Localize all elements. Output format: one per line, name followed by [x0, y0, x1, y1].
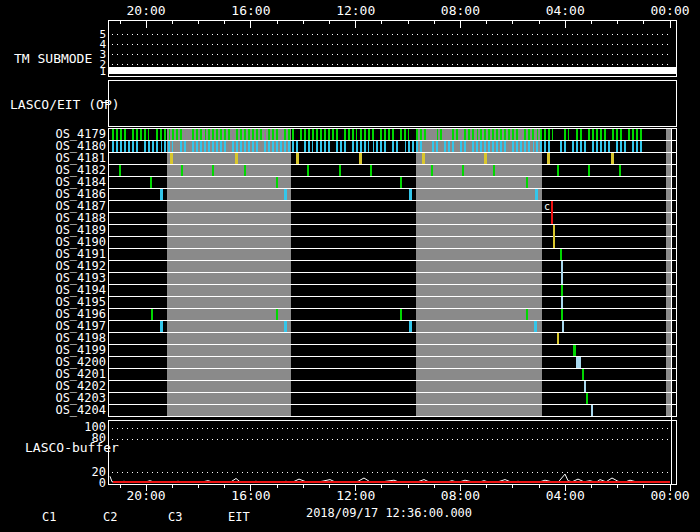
tm-submode-label: TM SUBMODE: [14, 51, 92, 66]
dense-tick-segment: [591, 141, 610, 152]
bottom-time-label: 00:00: [650, 488, 689, 503]
event-tick: [561, 309, 563, 320]
event-tick: [431, 165, 433, 176]
event-tick: [409, 321, 412, 332]
event-tick: [151, 309, 153, 320]
event-tick: [588, 165, 590, 176]
dense-tick-segment: [155, 129, 166, 140]
top-time-label: 04:00: [546, 3, 585, 18]
bottom-time-label: 04:00: [546, 488, 585, 503]
event-tick: [339, 165, 341, 176]
event-tick: [557, 333, 559, 344]
bottom-time-label: 16:00: [231, 488, 270, 503]
event-tick: [400, 309, 402, 320]
lasco-buffer-panel: 10080200: [84, 420, 676, 490]
event-tick: [493, 165, 495, 176]
dense-tick-segment: [161, 141, 173, 152]
camera-legend: C1C2C3EIT: [42, 510, 250, 524]
dense-tick-segment: [342, 129, 357, 140]
dense-tick-segment: [230, 141, 260, 152]
event-tick: [553, 225, 555, 248]
event-tick: [584, 381, 586, 392]
dense-tick-segment: [463, 129, 474, 140]
dense-tick-segment: [415, 129, 428, 140]
event-tick: [561, 297, 563, 308]
dense-tick-segment: [459, 141, 468, 152]
event-tick: [611, 153, 614, 164]
dense-tick-segment: [399, 129, 409, 140]
dense-tick-segment: [263, 141, 298, 152]
dense-tick-segment: [351, 141, 369, 152]
dense-tick-segment: [437, 129, 444, 140]
dense-tick-segment: [576, 129, 583, 140]
dense-tick-segment: [169, 129, 184, 140]
event-tick: [526, 177, 528, 188]
event-tick: [119, 165, 121, 176]
dense-tick-segment: [451, 129, 459, 140]
dense-tick-segment: [391, 141, 400, 152]
legend-item-c2: C2: [103, 510, 117, 524]
dense-tick-segment: [522, 129, 534, 140]
event-tick: [586, 393, 588, 404]
dense-tick-segment: [284, 129, 294, 140]
lasco-buffer-label: LASCO-buffer: [25, 440, 119, 455]
telemetry-display: 20:0016:0012:0008:0004:0000:0054321OS_41…: [0, 0, 700, 532]
lasco-eit-op-panel: [101, 80, 676, 126]
top-time-label: 12:00: [336, 3, 375, 18]
event-tick: [170, 153, 173, 164]
event-tick: [560, 249, 562, 260]
dense-tick-segment: [302, 141, 313, 152]
event-tick: [284, 189, 287, 200]
event-tick: [562, 321, 564, 332]
dense-tick-segment: [178, 141, 188, 152]
now-marker-line: [671, 128, 672, 484]
dense-tick-segment: [562, 129, 569, 140]
event-tick: [276, 309, 278, 320]
event-tick: [150, 177, 152, 188]
event-tick: [422, 153, 425, 164]
lasco-eit-op-label: LASCO/EIT (OP): [10, 97, 120, 112]
dense-tick-segment: [110, 141, 138, 152]
dense-tick-segment: [130, 129, 149, 140]
dense-tick-segment: [334, 141, 348, 152]
date-label: 2018/09/17 12:36:00.000: [306, 506, 472, 520]
event-tick: [484, 153, 487, 164]
dense-tick-segment: [378, 129, 396, 140]
dense-tick-segment: [572, 141, 588, 152]
dense-tick-segment: [405, 141, 423, 152]
event-tick: [619, 165, 621, 176]
dense-tick-segment: [614, 141, 626, 152]
event-tick: [284, 321, 287, 332]
bottom-time-label: 20:00: [127, 488, 166, 503]
dense-tick-segment: [442, 141, 456, 152]
dense-tick-segment: [537, 129, 553, 140]
event-tick: [307, 165, 309, 176]
event-tick: [547, 153, 550, 164]
event-tick: [160, 321, 163, 332]
os-schedule-panel: OS_4179OS_4180OS_4181OS_4182OS_4184OS_41…: [55, 127, 676, 417]
event-tick: [235, 153, 238, 164]
top-time-axis: 20:0016:0012:0008:0004:0000:00: [108, 3, 690, 28]
event-tick: [582, 369, 584, 380]
bottom-time-label: 08:00: [441, 488, 480, 503]
event-tick: [462, 165, 464, 176]
dense-tick-segment: [373, 141, 388, 152]
tm-y-label: 1: [99, 65, 106, 78]
os-row-label: OS_4204: [55, 403, 106, 417]
legend-item-eit: EIT: [228, 510, 250, 524]
bottom-time-axis: 20:0016:0012:0008:0004:0000:00: [120, 484, 690, 503]
top-time-label: 20:00: [127, 3, 166, 18]
buffer-y-label: 0: [99, 476, 106, 490]
dense-tick-segment: [300, 129, 338, 140]
dense-tick-segment: [316, 141, 330, 152]
dense-tick-segment: [205, 129, 230, 140]
buffer-zero-line: [113, 481, 670, 483]
generated-plot-layers: 20:0016:0012:0008:0004:0000:0054321OS_41…: [42, 3, 690, 524]
dense-tick-segment: [142, 141, 158, 152]
dense-tick-segment: [586, 129, 607, 140]
event-tick: [276, 177, 278, 188]
event-tick: [561, 261, 563, 284]
event-tick: [370, 165, 372, 176]
event-glyph: c: [544, 201, 550, 212]
dense-tick-segment: [477, 129, 518, 140]
